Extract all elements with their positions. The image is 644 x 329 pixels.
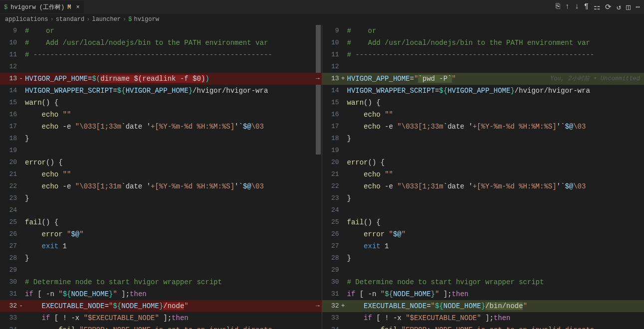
close-icon[interactable]: × (76, 4, 79, 11)
code-line[interactable]: 32+ EXECUTABLE_NODE="${NODE_HOME}/bin/no… (322, 300, 644, 312)
code-line[interactable]: 10# Add /usr/local/nodejs/bin to the PAT… (0, 37, 322, 49)
code-line[interactable]: 33 if [ ! -x "$EXECUTABLE_NODE" ];then (322, 312, 644, 324)
code-line[interactable]: 22 echo -e "\033[1;31m`date '+[%Y-%m-%d … (322, 180, 644, 192)
code-line[interactable]: 29 (322, 264, 644, 276)
crumb-launcher[interactable]: launcher (92, 16, 121, 23)
code-line[interactable]: 34 fail "ERROR: NODE_HOME is set to an i… (322, 324, 644, 329)
line-number: 28 (0, 252, 24, 264)
line-number: 27 (322, 240, 346, 252)
code-line[interactable]: 12 (0, 61, 322, 73)
code-line[interactable]: 9# or (322, 25, 644, 37)
code-line[interactable]: 10# Add /usr/local/nodejs/bin to the PAT… (322, 37, 644, 49)
line-number: 29 (0, 264, 24, 276)
code-line[interactable]: 18} (0, 133, 322, 145)
code-line[interactable]: 14HVIGOR_WRAPPER_SCRIPT=${HVIGOR_APP_HOM… (0, 85, 322, 97)
diff-arrow-icon[interactable]: → (316, 73, 320, 85)
code-line[interactable]: 27 exit 1 (0, 240, 322, 252)
line-number: 31 (0, 288, 24, 300)
code-content: echo "" (346, 109, 644, 121)
line-number: 19 (0, 145, 24, 157)
code-content: error() { (24, 157, 322, 168)
code-line[interactable]: 23} (0, 192, 322, 204)
diff-right-pane[interactable]: 9# or10# Add /usr/local/nodejs/bin to th… (322, 25, 644, 329)
code-line[interactable]: 27 exit 1 (322, 240, 644, 252)
line-number: 26 (0, 228, 24, 240)
code-line[interactable]: 15warn() { (0, 97, 322, 109)
stage-icon[interactable]: ⎘ (556, 2, 560, 12)
line-number: 22 (322, 180, 346, 192)
line-number: 14 (322, 85, 346, 97)
line-number: 34 (0, 324, 24, 329)
code-line[interactable]: 11# ------------------------------------… (322, 49, 644, 61)
code-line[interactable]: 17 echo -e "\033[1;33m`date '+[%Y-%m-%d … (0, 121, 322, 133)
code-line[interactable]: 34 fail "ERROR: NODE_HOME is set to an i… (0, 324, 322, 329)
code-line[interactable]: 21 echo "" (0, 168, 322, 180)
code-line[interactable]: 20error() { (322, 157, 644, 168)
revert-icon[interactable]: ↺ (617, 2, 621, 12)
code-line[interactable]: 13+HVIGOR_APP_HOME="`pwd -P`"You, 2小时前 •… (322, 73, 644, 85)
pilcrow-icon[interactable]: ¶ (584, 2, 589, 12)
editor-toolbar: ⎘ ↑ ↓ ¶ ⚏ ⟳ ↺ ◫ ⋯ (556, 2, 644, 12)
code-line[interactable]: 24 (0, 204, 322, 216)
git-blame-annotation: You, 2小时前 • Uncommitted (550, 73, 640, 85)
code-content: echo "" (24, 168, 322, 180)
code-content (24, 61, 322, 73)
code-line[interactable]: 26 error "$@" (322, 228, 644, 240)
code-line[interactable]: 32-→ EXECUTABLE_NODE="${NODE_HOME}/node" (0, 300, 322, 312)
refresh-icon[interactable]: ⟳ (605, 2, 612, 12)
code-line[interactable]: 21 echo "" (322, 168, 644, 180)
split-icon[interactable]: ◫ (626, 2, 631, 12)
line-number: 20 (0, 157, 24, 168)
line-number: 28 (322, 252, 346, 264)
code-line[interactable]: 26 error "$@" (0, 228, 322, 240)
diff-left-pane[interactable]: 9# or10# Add /usr/local/nodejs/bin to th… (0, 25, 322, 329)
code-line[interactable]: 20error() { (0, 157, 322, 168)
tabs: $ hvigorw (工作树) M × (0, 0, 84, 13)
code-line[interactable]: 22 echo -e "\033[1;31m`date '+[%Y-%m-%d … (0, 180, 322, 192)
code-line[interactable]: 24 (322, 204, 644, 216)
breadcrumb-sep: › (123, 16, 126, 23)
code-line[interactable]: 23} (322, 192, 644, 204)
code-line[interactable]: 14HVIGOR_WRAPPER_SCRIPT=${HVIGOR_APP_HOM… (322, 85, 644, 97)
code-line[interactable]: 30# Determine node to start hvigor wrapp… (0, 276, 322, 288)
code-line[interactable]: 11# ------------------------------------… (0, 49, 322, 61)
code-line[interactable]: 31if [ -n "${NODE_HOME}" ];then (0, 288, 322, 300)
tab-hvigorw[interactable]: $ hvigorw (工作树) M × (0, 0, 84, 13)
code-content (24, 145, 322, 157)
line-number: 32+ (322, 300, 346, 312)
code-line[interactable]: 28} (322, 252, 644, 264)
crumb-standard[interactable]: standard (56, 16, 85, 23)
code-content: EXECUTABLE_NODE="${NODE_HOME}/node" (24, 300, 322, 312)
code-line[interactable]: 17 echo -e "\033[1;33m`date '+[%Y-%m-%d … (322, 121, 644, 133)
code-content: fail() { (346, 216, 644, 228)
code-line[interactable]: 31if [ -n "${NODE_HOME}" ];then (322, 288, 644, 300)
code-line[interactable]: 16 echo "" (0, 109, 322, 121)
code-line[interactable]: 16 echo "" (322, 109, 644, 121)
code-content: echo -e "\033[1;31m`date '+[%Y-%m-%d %H:… (346, 180, 644, 192)
code-line[interactable]: 18} (322, 133, 644, 145)
diff-arrow-icon[interactable]: → (316, 300, 320, 312)
code-line[interactable]: 25fail() { (0, 216, 322, 228)
crumb-file[interactable]: hvigorw (134, 16, 159, 23)
crumb-applications[interactable]: applications (5, 16, 48, 23)
more-icon[interactable]: ⋯ (636, 2, 640, 12)
code-line[interactable]: 33 if [ ! -x "$EXECUTABLE_NODE" ];then (0, 312, 322, 324)
line-number: 25 (322, 216, 346, 228)
map-icon[interactable]: ⚏ (594, 2, 600, 12)
code-content: warn() { (24, 97, 322, 109)
arrow-up-icon[interactable]: ↑ (565, 2, 570, 12)
code-line[interactable]: 30# Determine node to start hvigor wrapp… (322, 276, 644, 288)
arrow-down-icon[interactable]: ↓ (575, 2, 579, 12)
code-line[interactable]: 25fail() { (322, 216, 644, 228)
code-line[interactable]: 9# or (0, 25, 322, 37)
code-line[interactable]: 12 (322, 61, 644, 73)
code-line[interactable]: 29 (0, 264, 322, 276)
breadcrumb[interactable]: applications › standard › launcher › $ h… (0, 14, 644, 25)
code-content: HVIGOR_WRAPPER_SCRIPT=${HVIGOR_APP_HOME}… (346, 85, 644, 97)
code-line[interactable]: 28} (0, 252, 322, 264)
code-line[interactable]: 13-→HVIGOR_APP_HOME=$(dirname $(readlink… (0, 73, 322, 85)
code-line[interactable]: 19 (322, 145, 644, 157)
code-line[interactable]: 15warn() { (322, 97, 644, 109)
line-number: 9 (322, 25, 346, 37)
code-line[interactable]: 19 (0, 145, 322, 157)
